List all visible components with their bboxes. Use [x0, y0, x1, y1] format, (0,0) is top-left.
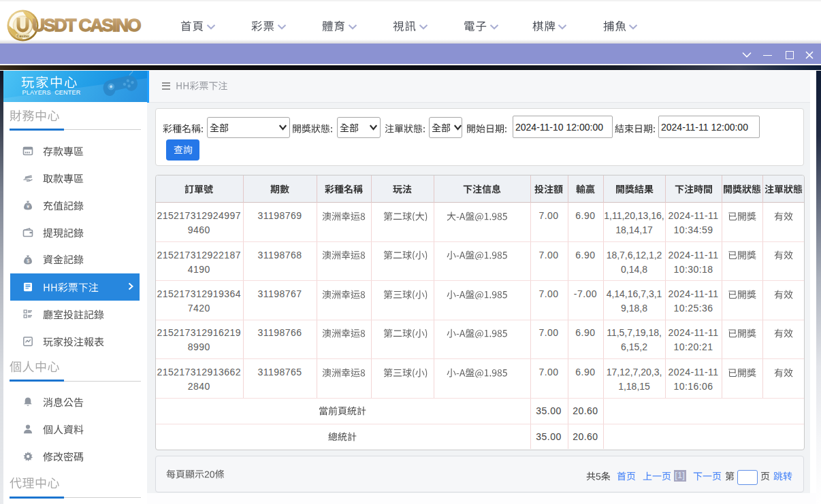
svg-text:USDT CASINO: USDT CASINO: [32, 15, 141, 35]
svg-text:Casino: Casino: [16, 34, 29, 38]
